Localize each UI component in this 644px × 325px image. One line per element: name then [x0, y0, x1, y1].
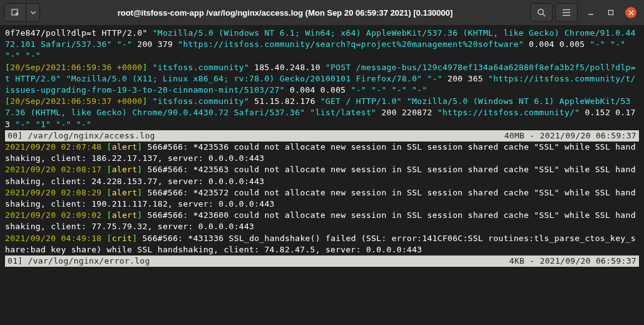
maximize-icon: [608, 9, 614, 16]
svg-point-3: [538, 9, 543, 14]
level: alert: [112, 142, 138, 152]
timestamp: 2021/09/20 02:07:48: [5, 142, 101, 152]
bracket: ]: [137, 165, 147, 174]
log-pid: 566#566:: [148, 142, 193, 152]
minimize-icon: [588, 9, 594, 16]
log-text: "-" "1" "-" "-": [15, 120, 91, 129]
titlebar: root@itsfoss-com-app /var/log/nginx/acce…: [0, 0, 644, 25]
level: alert: [112, 210, 138, 220]
level: alert: [112, 165, 138, 174]
new-tab-dropdown[interactable]: [26, 3, 40, 22]
log-text: 0.004 0.005: [285, 85, 351, 95]
status-path: 01] /var/log/nginx/error.log: [8, 255, 509, 267]
new-tab-button[interactable]: [4, 3, 26, 22]
svg-rect-9: [609, 11, 613, 15]
log-text: 51.15.82.176: [249, 96, 320, 106]
terminal-content[interactable]: 0f7e847/poll?dlp=t HTTP/2.0" "Mozilla/5.…: [0, 25, 644, 325]
timestamp: 20/Sep/2021:06:59:37 +0000: [10, 96, 142, 106]
log-text: "itsfoss.community": [148, 96, 250, 106]
log-text: 200 379: [132, 39, 178, 49]
close-button[interactable]: [625, 7, 636, 18]
svg-line-4: [543, 14, 545, 16]
level: alert: [112, 188, 138, 197]
bracket: [: [101, 234, 111, 243]
timestamp: 2021/09/20 02:08:29: [5, 188, 101, 197]
close-icon: [628, 10, 634, 16]
bracket: [: [5, 96, 10, 106]
bracket: ]: [137, 188, 147, 197]
bracket: [: [5, 63, 10, 72]
bracket: ]: [137, 210, 147, 220]
maximize-button[interactable]: [605, 7, 616, 18]
status-path: 00] /var/log/nginx/access.log: [8, 130, 504, 142]
level: crit: [112, 234, 133, 243]
log-pid: 566#566:: [148, 188, 193, 197]
menu-button[interactable]: [555, 3, 578, 22]
new-tab-group: [4, 3, 40, 22]
status-bar-access: 00] /var/log/nginx/access.log40MB - 2021…: [5, 130, 639, 142]
timestamp: 20/Sep/2021:06:59:36 +0000: [10, 63, 142, 72]
log-text: "-" "-" "-" "-": [351, 85, 427, 95]
log-text: "https://itsfoss.community/search?q=proj…: [178, 39, 524, 49]
log-text: 185.40.248.10: [249, 63, 325, 72]
log-text: 0f7e847/poll?dlp=t HTTP/2.0": [5, 28, 153, 38]
log-text: "itsfoss.community": [148, 63, 250, 72]
log-pid: 566#566:: [142, 234, 188, 243]
status-info: 40MB - 2021/09/20 06:59:37: [504, 130, 636, 142]
search-button[interactable]: [530, 3, 553, 22]
timestamp: 2021/09/20 02:09:02: [5, 210, 101, 220]
bracket: ]: [137, 142, 147, 152]
status-info: 4KB - 2021/09/20 06:59:37: [509, 255, 636, 267]
bracket: ]: [142, 63, 147, 72]
log-text: "https://itsfoss.community/": [437, 108, 580, 117]
bracket: ]: [142, 96, 147, 106]
log-text: 0.004 0.005: [524, 39, 590, 49]
bracket: [: [101, 210, 111, 220]
chevron-down-icon: [31, 11, 36, 14]
search-icon: [537, 8, 546, 17]
status-bar-error: 01] /var/log/nginx/error.log4KB - 2021/0…: [5, 255, 639, 267]
bracket: [: [101, 188, 111, 197]
bracket: ]: [132, 234, 142, 243]
window-controls: [585, 7, 636, 18]
timestamp: 2021/09/20 02:08:17: [5, 165, 101, 174]
minimize-button[interactable]: [585, 7, 596, 18]
timestamp: 2021/09/20 04:49:18: [5, 234, 101, 243]
new-tab-icon: [11, 8, 19, 17]
log-pid: 566#566:: [148, 165, 193, 174]
log-pid: 566#566:: [148, 210, 193, 220]
hamburger-icon: [562, 9, 571, 16]
log-text: 200 365: [442, 74, 488, 83]
window-title: root@itsfoss-com-app /var/log/nginx/acce…: [43, 8, 528, 18]
bracket: [: [101, 165, 111, 174]
bracket: [: [101, 142, 111, 152]
log-text: 200 220872: [376, 108, 437, 117]
